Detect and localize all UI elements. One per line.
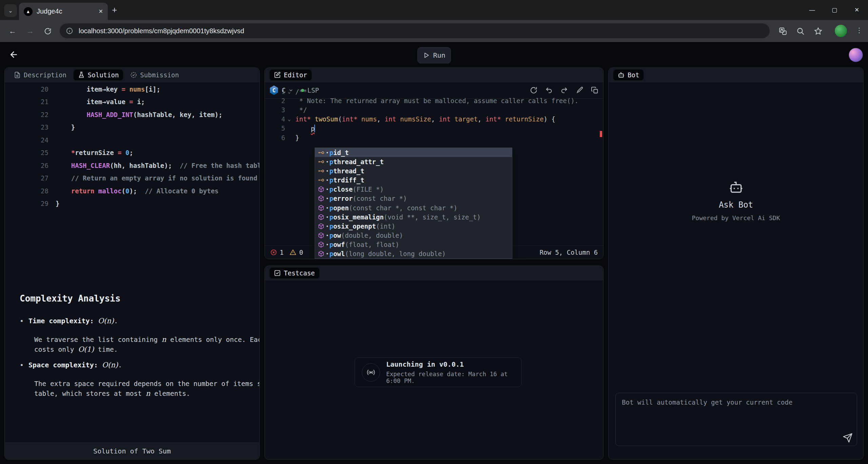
fold-chevron-icon[interactable]: ⌄ [286, 116, 293, 122]
problems-summary[interactable]: 1 0 [270, 249, 303, 256]
bullet-dot: • [326, 224, 329, 229]
translate-icon[interactable] [778, 27, 787, 36]
check-circle-icon [130, 72, 137, 78]
line-number: 22 [5, 111, 48, 118]
code-line-content: // Return an empty array if no solution … [48, 174, 257, 182]
text-cursor [314, 124, 315, 132]
time-complexity-text-2: costs only O(1) time. [34, 345, 118, 354]
app-page: Run Description Solution Submission 20 i… [0, 42, 868, 464]
function-symbol-icon [318, 250, 324, 257]
tab-bot[interactable]: Bot [613, 70, 644, 80]
bullet-dot: • [326, 150, 329, 155]
autocomplete-item[interactable]: •powl(long double, long double) [315, 249, 512, 258]
function-symbol-icon [318, 214, 324, 220]
tab-close-icon[interactable]: ✕ [99, 8, 103, 15]
code-line-content: return malloc(0); // Allocate 0 bytes [48, 187, 219, 195]
line-number: 20 [5, 85, 48, 93]
bot-input-container [615, 393, 857, 446]
line-number: 4 [265, 115, 285, 123]
bot-message-input[interactable] [616, 393, 857, 446]
search-lens-icon[interactable] [796, 27, 805, 36]
bot-panel-tabs: Bot [609, 68, 863, 82]
completion-detail: (const char *, const char *) [349, 204, 457, 212]
tab-testcase[interactable]: Testcase [270, 268, 319, 278]
site-info-icon[interactable] [66, 27, 73, 35]
bullet-dot: • [326, 251, 329, 256]
bot-send-button[interactable] [843, 433, 853, 443]
function-symbol-icon [318, 186, 324, 193]
editor-code-area[interactable]: 1⌄/**2 * Note: The returned array must b… [265, 87, 603, 142]
autocomplete-item[interactable]: •perror(const char *) [315, 194, 512, 203]
function-symbol-icon [318, 205, 324, 211]
autocomplete-item[interactable]: •posix_memalign(void **, size_t, size_t) [315, 212, 512, 221]
code-line-content: HASH_ADD_INT(hashTable, key, item); [48, 111, 222, 118]
code-line: 21 item→value = i; [5, 96, 259, 109]
forward-button[interactable]: → [25, 26, 35, 36]
browser-menu-button[interactable]: ⋮ [856, 26, 863, 34]
tab-description[interactable]: Description [9, 70, 71, 80]
completion-label: trdiff_t [333, 176, 364, 184]
autocomplete-item[interactable]: •pid_t [315, 148, 512, 157]
code-line-content: item→key = nums[i]; [48, 85, 160, 93]
bot-empty-subtitle: Powered by Vercel Ai SDK [692, 214, 780, 221]
code-line: 20 item→key = nums[i]; [5, 83, 259, 96]
line-number: 24 [5, 136, 48, 144]
window-minimize-button[interactable]: — [801, 0, 823, 20]
match-text: p [329, 149, 333, 156]
bot-icon [618, 72, 625, 78]
match-text: p [329, 167, 333, 175]
code-line: 22 HASH_ADD_INT(hashTable, key, item); [5, 108, 259, 121]
tab-editor-label: Editor [284, 71, 307, 79]
match-text: p [329, 186, 333, 193]
testcase-panel: Testcase Launching in v0.0.1 Expected re… [264, 266, 604, 460]
new-tab-button[interactable]: + [112, 5, 117, 14]
reload-button[interactable] [43, 26, 53, 36]
window-close-button[interactable]: ✕ [846, 0, 868, 20]
run-button[interactable]: Run [417, 47, 451, 63]
page-back-button[interactable] [9, 50, 19, 60]
browser-tabstrip: ⌄ ▲ Judge4c ✕ + — ▢ ✕ [0, 0, 868, 20]
tab-solution[interactable]: Solution [74, 70, 123, 80]
bot-panel: Bot Ask Bot Powered by Vercel Ai SDK [608, 67, 864, 460]
completion-label: thread_t [333, 167, 364, 175]
autocomplete-item[interactable]: •ptrdiff_t [315, 175, 512, 185]
tab-search-button[interactable]: ⌄ [4, 4, 17, 17]
tab-solution-label: Solution [88, 71, 119, 79]
completion-detail: (int) [376, 223, 395, 230]
url-bar[interactable]: localhost:3000/problems/cm8pjqdem0001ty8… [60, 23, 770, 38]
autocomplete-item[interactable]: •pthread_attr_t [315, 157, 512, 166]
bookmark-star-icon[interactable] [814, 27, 823, 36]
send-icon [843, 433, 853, 443]
autocomplete-item[interactable]: •popen(const char *, const char *) [315, 203, 512, 212]
problem-panel: Description Solution Submission 20 item→… [4, 67, 260, 460]
bot-empty-state: Ask Bot Powered by Vercel Ai SDK [609, 180, 863, 221]
line-number: 5 [265, 124, 285, 132]
autocomplete-item[interactable]: •posix_openpt(int) [315, 221, 512, 231]
file-text-icon [14, 72, 21, 78]
fold-chevron-icon[interactable]: ⌄ [286, 89, 293, 95]
browser-tab[interactable]: ▲ Judge4c ✕ [19, 3, 108, 20]
editor-panel: Editor C C LSP 1⌄/**2 * Note: The return… [264, 67, 604, 259]
play-icon [423, 52, 430, 59]
window-maximize-button[interactable]: ▢ [823, 0, 846, 20]
autocomplete-item[interactable]: •powf(float, float) [315, 240, 512, 249]
launch-toast: Launching in v0.0.1 Expected release dat… [355, 357, 521, 387]
match-text: p [329, 158, 333, 166]
match-text: p [329, 176, 333, 184]
user-avatar[interactable] [849, 48, 863, 62]
back-button[interactable]: ← [7, 26, 18, 36]
tab-description-label: Description [24, 71, 66, 79]
tab-editor[interactable]: Editor [270, 70, 312, 80]
autocomplete-item[interactable]: •pclose(FILE *) [315, 185, 512, 194]
code-line-content: item→value = i; [48, 98, 145, 105]
line-number: 6 [265, 134, 285, 141]
autocomplete-item[interactable]: •pow(double, double) [315, 231, 512, 240]
tab-submission[interactable]: Submission [126, 70, 183, 80]
autocomplete-item[interactable]: •pthread_t [315, 166, 512, 175]
editor-panel-tabs: Editor [265, 68, 603, 82]
browser-profile-avatar[interactable] [835, 25, 847, 37]
reload-icon [44, 27, 52, 35]
match-text: p [329, 232, 333, 239]
completion-label: error [333, 195, 353, 202]
function-symbol-icon [318, 195, 324, 202]
